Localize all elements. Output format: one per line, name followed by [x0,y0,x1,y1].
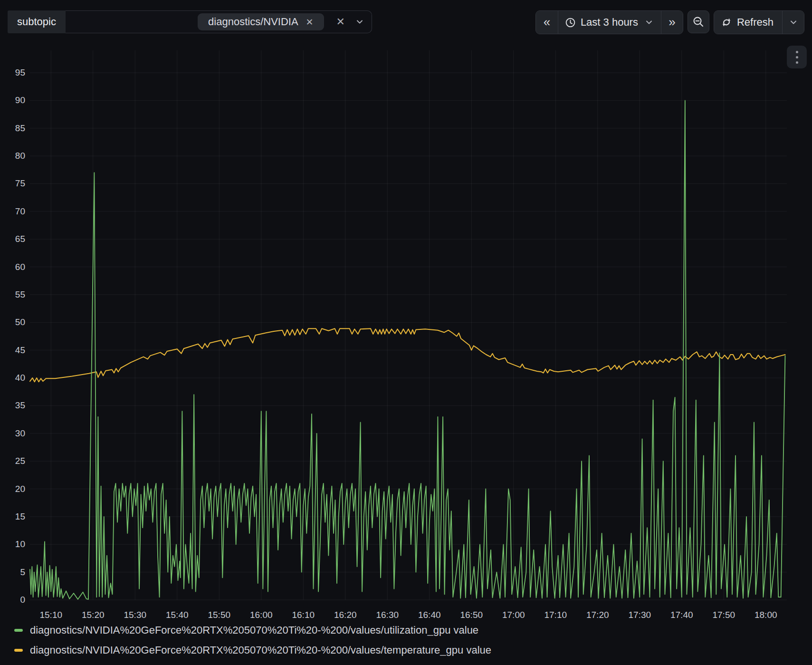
legend-item-utilization-gpu[interactable]: diagnostics/NVIDIA%20GeForce%20RTX%20507… [14,624,491,636]
svg-text:15:40: 15:40 [166,610,189,620]
remove-tag-icon[interactable]: ✕ [306,18,314,27]
svg-text:55: 55 [15,289,25,299]
template-variable-control: subtopic diagnostics/NVIDIA ✕ ✕ [8,10,372,33]
refresh-label: Refresh [737,16,774,29]
svg-text:17:20: 17:20 [586,610,609,620]
time-range-picker-button[interactable]: Last 3 hours [558,11,661,34]
svg-text:16:00: 16:00 [250,610,273,620]
svg-text:85: 85 [15,123,25,133]
svg-text:40: 40 [15,373,25,383]
zoom-out-button[interactable] [688,10,709,33]
legend-swatch-temperature [14,649,23,652]
svg-text:16:30: 16:30 [376,610,399,620]
svg-text:16:20: 16:20 [334,610,357,620]
svg-text:15:50: 15:50 [208,610,230,620]
refresh-icon [721,17,732,28]
refresh-group: Refresh [714,10,804,34]
svg-text:16:10: 16:10 [292,610,315,620]
refresh-interval-dropdown[interactable] [782,11,804,34]
variable-dropdown-toggle[interactable] [354,17,365,27]
svg-text:15: 15 [15,511,25,521]
svg-text:30: 30 [15,428,25,438]
magnifier-minus-icon [692,16,705,28]
svg-text:15:10: 15:10 [39,610,62,620]
svg-text:15:30: 15:30 [124,610,146,620]
time-range-label: Last 3 hours [581,16,638,29]
svg-text:90: 90 [15,95,25,105]
svg-text:0: 0 [20,595,25,605]
time-series-chart[interactable]: 0510152025303540455055606570758085909515… [0,48,812,623]
svg-text:18:00: 18:00 [755,610,777,620]
variable-selected-tag[interactable]: diagnostics/NVIDIA ✕ [198,13,324,30]
dashboard-toolbar: subtopic diagnostics/NVIDIA ✕ ✕ « Last 3… [8,10,804,33]
variable-selected-tag-text: diagnostics/NVIDIA [208,16,298,28]
chevron-down-icon [644,17,654,28]
svg-text:65: 65 [15,234,25,244]
svg-text:17:00: 17:00 [502,610,525,620]
double-chevron-right-icon: » [669,16,675,28]
time-shift-forward-button[interactable]: » [661,11,683,34]
clock-icon [565,17,576,28]
svg-text:10: 10 [15,539,25,549]
svg-text:50: 50 [15,317,25,327]
svg-text:25: 25 [15,456,25,466]
clear-selection-icon[interactable]: ✕ [336,17,345,27]
legend-swatch-utilization [14,629,23,632]
svg-text:20: 20 [15,484,25,494]
svg-text:16:50: 16:50 [460,610,483,620]
chevron-down-icon [354,17,365,27]
svg-text:45: 45 [15,345,25,355]
time-shift-back-button[interactable]: « [536,11,558,34]
svg-text:17:30: 17:30 [628,610,651,620]
variable-label: subtopic [8,10,66,33]
double-chevron-left-icon: « [544,16,550,28]
svg-text:15:20: 15:20 [82,610,105,620]
svg-text:5: 5 [20,567,25,577]
svg-text:35: 35 [15,400,25,410]
time-controls: « Last 3 hours » Refresh [535,10,804,33]
legend-label-utilization: diagnostics/NVIDIA%20GeForce%20RTX%20507… [30,624,478,636]
chevron-down-icon [788,17,799,28]
svg-text:17:50: 17:50 [712,610,735,620]
variable-value-box[interactable]: diagnostics/NVIDIA ✕ ✕ [66,10,372,33]
svg-text:17:40: 17:40 [670,610,693,620]
time-range-group: « Last 3 hours » [535,10,683,34]
svg-text:95: 95 [15,67,25,77]
refresh-button[interactable]: Refresh [714,11,782,34]
svg-text:60: 60 [15,262,25,272]
svg-text:75: 75 [15,178,25,188]
legend-label-temperature: diagnostics/NVIDIA%20GeForce%20RTX%20507… [30,644,491,656]
svg-text:16:40: 16:40 [418,610,441,620]
svg-text:70: 70 [15,206,25,216]
chart-legend: diagnostics/NVIDIA%20GeForce%20RTX%20507… [14,624,491,664]
svg-text:80: 80 [15,151,25,161]
svg-text:17:10: 17:10 [544,610,567,620]
legend-item-temperature-gpu[interactable]: diagnostics/NVIDIA%20GeForce%20RTX%20507… [14,644,491,656]
